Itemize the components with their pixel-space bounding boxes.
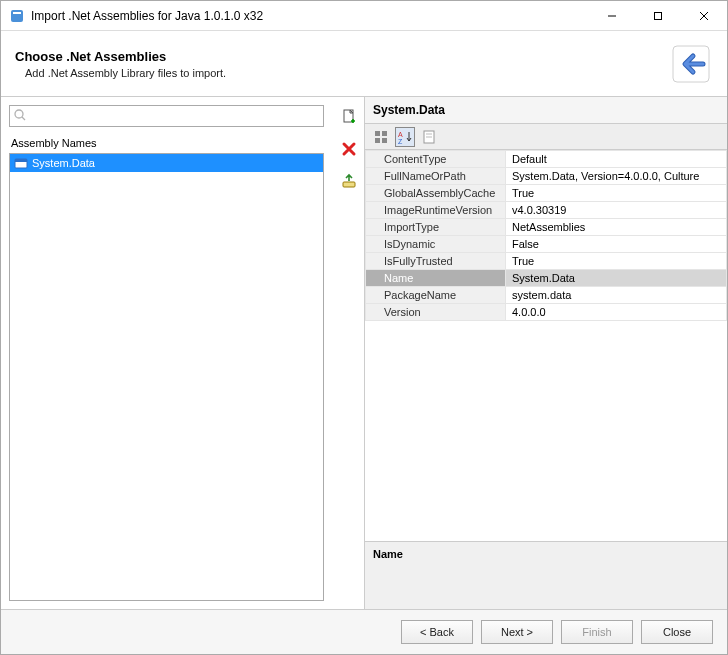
property-row[interactable]: ContentTypeDefault [366, 151, 727, 168]
categorize-button[interactable] [371, 127, 391, 147]
property-name: GlobalAssemblyCache [366, 185, 506, 202]
list-item-label: System.Data [32, 157, 95, 169]
svg-rect-14 [382, 131, 387, 136]
property-row[interactable]: GlobalAssemblyCacheTrue [366, 185, 727, 202]
assembly-list-label: Assembly Names [11, 137, 322, 149]
delete-x-icon [341, 141, 357, 157]
category-icon [374, 130, 388, 144]
property-value[interactable]: system.data [506, 287, 727, 304]
property-value[interactable]: True [506, 253, 727, 270]
property-name: ImportType [366, 219, 506, 236]
close-window-button[interactable] [681, 1, 727, 31]
property-value[interactable]: v4.0.30319 [506, 202, 727, 219]
property-description: Name [365, 541, 727, 609]
property-row[interactable]: NameSystem.Data [366, 270, 727, 287]
right-pane: System.Data AZ [364, 97, 727, 609]
search-icon [13, 108, 27, 122]
sort-az-button[interactable]: AZ [395, 127, 415, 147]
svg-rect-3 [655, 12, 662, 19]
property-name: Version [366, 304, 506, 321]
finish-button: Finish [561, 620, 633, 644]
next-button[interactable]: Next > [481, 620, 553, 644]
property-name: PackageName [366, 287, 506, 304]
import-arrow-icon [669, 42, 713, 86]
minimize-button[interactable] [589, 1, 635, 31]
property-value[interactable]: False [506, 236, 727, 253]
middle-toolbar [334, 97, 364, 609]
dialog-window: Import .Net Assemblies for Java 1.0.1.0 … [0, 0, 728, 655]
document-add-icon [341, 109, 357, 125]
property-name: ContentType [366, 151, 506, 168]
titlebar: Import .Net Assemblies for Java 1.0.1.0 … [1, 1, 727, 31]
add-button[interactable] [337, 105, 361, 129]
property-value[interactable]: 4.0.0.0 [506, 304, 727, 321]
property-row[interactable]: FullNameOrPathSystem.Data, Version=4.0.0… [366, 168, 727, 185]
close-button[interactable]: Close [641, 620, 713, 644]
svg-rect-12 [343, 182, 355, 187]
search-input[interactable] [9, 105, 324, 127]
sort-az-icon: AZ [398, 130, 412, 144]
property-name: IsFullyTrusted [366, 253, 506, 270]
property-name: IsDynamic [366, 236, 506, 253]
property-value[interactable]: System.Data, Version=4.0.0.0, Culture [506, 168, 727, 185]
app-icon [9, 8, 25, 24]
property-row[interactable]: IsFullyTrustedTrue [366, 253, 727, 270]
property-panel-title: System.Data [365, 97, 727, 124]
back-button[interactable]: < Back [401, 620, 473, 644]
maximize-button[interactable] [635, 1, 681, 31]
property-row[interactable]: Version4.0.0.0 [366, 304, 727, 321]
wizard-header: Choose .Net Assemblies Add .Net Assembly… [1, 31, 727, 97]
assembly-icon [14, 156, 28, 170]
property-desc-name: Name [373, 548, 719, 560]
property-value[interactable]: System.Data [506, 270, 727, 287]
left-pane: Assembly Names System.Data [1, 97, 334, 609]
list-item[interactable]: System.Data [10, 154, 323, 172]
window-title: Import .Net Assemblies for Java 1.0.1.0 … [31, 9, 589, 23]
svg-rect-10 [15, 159, 27, 162]
svg-rect-0 [11, 10, 23, 22]
property-name: FullNameOrPath [366, 168, 506, 185]
page-icon [422, 130, 436, 144]
drive-export-icon [341, 173, 357, 189]
page-subtitle: Add .Net Assembly Library files to impor… [15, 67, 226, 79]
property-row[interactable]: ImportTypeNetAssemblies [366, 219, 727, 236]
property-row[interactable]: PackageNamesystem.data [366, 287, 727, 304]
assembly-listbox[interactable]: System.Data [9, 153, 324, 601]
property-row[interactable]: ImageRuntimeVersionv4.0.30319 [366, 202, 727, 219]
svg-rect-13 [375, 131, 380, 136]
property-name: ImageRuntimeVersion [366, 202, 506, 219]
svg-rect-16 [382, 138, 387, 143]
properties-page-button[interactable] [419, 127, 439, 147]
export-button[interactable] [337, 169, 361, 193]
property-row[interactable]: IsDynamicFalse [366, 236, 727, 253]
property-grid[interactable]: ContentTypeDefaultFullNameOrPathSystem.D… [365, 150, 727, 541]
svg-point-7 [15, 110, 23, 118]
dialog-body: Assembly Names System.Data [1, 97, 727, 610]
svg-text:Z: Z [398, 138, 403, 144]
property-value[interactable]: Default [506, 151, 727, 168]
property-toolbar: AZ [365, 124, 727, 150]
property-value[interactable]: True [506, 185, 727, 202]
svg-text:A: A [398, 131, 403, 138]
property-name: Name [366, 270, 506, 287]
page-title: Choose .Net Assemblies [15, 49, 226, 64]
svg-line-8 [22, 117, 25, 120]
dialog-footer: < Back Next > Finish Close [1, 610, 727, 654]
remove-button[interactable] [337, 137, 361, 161]
svg-rect-1 [13, 12, 21, 14]
svg-rect-15 [375, 138, 380, 143]
property-value[interactable]: NetAssemblies [506, 219, 727, 236]
